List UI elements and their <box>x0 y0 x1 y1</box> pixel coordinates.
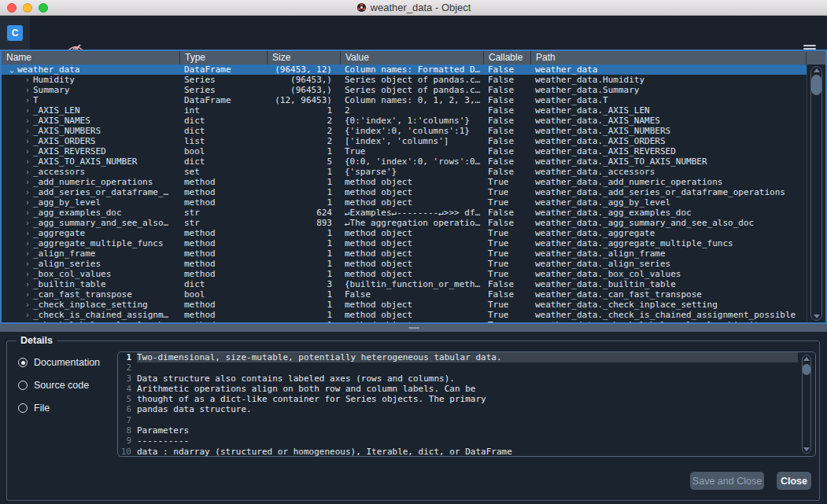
table-row[interactable]: ›_align_framemethod1method objectTruewea… <box>2 248 807 259</box>
row-path: weather_data._AXIS_ORDERS <box>530 136 807 146</box>
column-header-path[interactable]: Path <box>530 51 806 64</box>
row-value: method object <box>340 197 483 208</box>
table-row[interactable]: ›_agg_by_levelmethod1method objectTruewe… <box>2 197 807 208</box>
table-row[interactable]: ›_check_is_chained_assignm…method1method… <box>2 310 807 320</box>
table-row[interactable]: ›_can_fast_transposebool1FalseFalseweath… <box>2 289 807 300</box>
column-header-value[interactable]: Value <box>340 51 483 64</box>
row-size: 1 <box>267 167 340 177</box>
column-header-size[interactable]: Size <box>267 51 340 64</box>
chevron-right-icon[interactable]: › <box>22 146 33 156</box>
chevron-right-icon[interactable]: › <box>22 289 33 300</box>
table-row[interactable]: ›_AXIS_NAMESdict2{0:'index', 1:'columns'… <box>2 116 807 126</box>
chevron-right-icon[interactable]: › <box>22 177 33 187</box>
row-size: 1 <box>267 300 340 310</box>
row-callable: True <box>483 259 530 269</box>
chevron-right-icon[interactable]: › <box>22 300 33 310</box>
chevron-right-icon[interactable]: › <box>22 156 33 167</box>
chevron-down-icon[interactable]: ⌄ <box>6 64 17 75</box>
row-name: _agg_summary_and_see_also… <box>33 218 168 228</box>
table-row[interactable]: ›_agg_summary_and_see_also…str893↵The ag… <box>2 218 807 228</box>
table-row[interactable]: ›_builtin_tabledict3{builtin_function_or… <box>2 279 807 289</box>
row-value: method object <box>340 228 483 238</box>
row-callable: False <box>483 279 530 289</box>
row-name: _AXIS_NUMBERS <box>33 126 101 136</box>
scroll-up-icon[interactable] <box>803 357 810 361</box>
chevron-right-icon[interactable]: › <box>22 85 33 95</box>
row-callable: False <box>483 75 530 85</box>
table-row[interactable]: ›TDataFrame(12, 96453)Column names: 0, 1… <box>2 95 807 105</box>
object-explorer-window: weather_data - Object C Name Type Size V… <box>0 0 827 504</box>
line-text: thought of as a dict-like container for … <box>137 394 798 404</box>
column-header-name[interactable]: Name <box>2 51 179 64</box>
scroll-down-icon[interactable] <box>803 447 810 451</box>
zoom-window-button[interactable] <box>39 3 48 13</box>
chevron-right-icon[interactable]: › <box>22 187 33 197</box>
row-name: Humidity <box>33 75 75 85</box>
close-window-button[interactable] <box>7 3 17 13</box>
chevron-right-icon[interactable]: › <box>22 279 33 289</box>
chevron-right-icon[interactable]: › <box>22 136 33 146</box>
chevron-right-icon[interactable]: › <box>22 248 33 259</box>
chevron-right-icon[interactable]: › <box>22 197 33 208</box>
chevron-right-icon[interactable]: › <box>22 116 33 126</box>
minimize-window-button[interactable] <box>23 3 32 13</box>
console-tab[interactable]: C <box>7 25 23 41</box>
chevron-right-icon[interactable]: › <box>22 126 33 136</box>
table-row[interactable]: ›_check_inplace_settingmethod1method obj… <box>2 300 807 310</box>
chevron-right-icon[interactable]: › <box>22 259 33 269</box>
radio-documentation[interactable]: Documentation <box>18 357 100 368</box>
table-row[interactable]: ›_AXIS_LENint12Falseweather_data._AXIS_L… <box>2 105 807 116</box>
details-panel: Details Documentation Source code File 1… <box>6 340 820 501</box>
table-row[interactable]: ›_AXIS_ORDERSlist2['index', 'columns']Fa… <box>2 136 807 146</box>
row-name: _check_inplace_setting <box>33 300 148 310</box>
table-row[interactable]: ›_add_series_or_dataframe_…method1method… <box>2 187 807 197</box>
chevron-right-icon[interactable]: › <box>22 95 33 105</box>
chevron-right-icon[interactable]: › <box>22 105 33 116</box>
scrollbar-thumb[interactable] <box>803 364 810 375</box>
chevron-right-icon[interactable]: › <box>22 269 33 279</box>
editor-vertical-scrollbar[interactable] <box>800 355 813 454</box>
table-row[interactable]: ⌄weather_dataDataFrame(96453, 12)Column … <box>2 64 807 75</box>
scroll-up-icon[interactable] <box>814 68 820 72</box>
column-header-type[interactable]: Type <box>179 51 267 64</box>
radio-file[interactable]: File <box>18 403 50 414</box>
chevron-right-icon[interactable]: › <box>22 208 33 218</box>
table-row[interactable]: ›_AXIS_TO_AXIS_NUMBERdict5{0:0, 'index':… <box>2 156 807 167</box>
row-callable: True <box>483 197 530 208</box>
table-row[interactable]: ›_box_col_valuesmethod1method objectTrue… <box>2 269 807 279</box>
row-callable: True <box>483 248 530 259</box>
table-row[interactable]: ›_aggregate_multiple_funcsmethod1method … <box>2 238 807 248</box>
scrollbar-track[interactable] <box>810 66 822 321</box>
scroll-down-icon[interactable] <box>814 315 820 318</box>
table-row[interactable]: ›_align_seriesmethod1method objectTruewe… <box>2 259 807 269</box>
close-button[interactable]: Close <box>777 472 811 490</box>
row-name: _add_series_or_dataframe_… <box>33 187 168 197</box>
chevron-right-icon[interactable]: › <box>22 218 33 228</box>
table-row[interactable]: ›_aggregatemethod1method objectTrueweath… <box>2 228 807 238</box>
splitter-handle[interactable] <box>0 324 827 332</box>
documentation-viewer[interactable]: 1Two-dimensional, size-mutable, potentia… <box>117 351 816 457</box>
chevron-right-icon[interactable]: › <box>22 75 33 85</box>
table-row[interactable]: ›HumiditySeries(96453,)Series object of … <box>2 75 807 85</box>
table-row[interactable]: ›_AXIS_NUMBERSdict2{'index':0, 'columns'… <box>2 126 807 136</box>
table-row[interactable]: ›_accessorsset1{'sparse'}Falseweather_da… <box>2 167 807 177</box>
table-row[interactable]: ›_add_numeric_operationsmethod1method ob… <box>2 177 807 187</box>
row-name: _check_is_chained_assignm… <box>33 310 168 320</box>
chevron-right-icon[interactable]: › <box>22 167 33 177</box>
chevron-right-icon[interactable]: › <box>22 310 33 320</box>
row-size: 2 <box>267 126 340 136</box>
table-row[interactable]: ›_AXIS_REVERSEDbool1TrueFalseweather_dat… <box>2 146 807 156</box>
titlebar: weather_data - Object <box>0 0 827 16</box>
chevron-right-icon[interactable]: › <box>22 238 33 248</box>
row-type: Series <box>179 75 267 85</box>
column-header-callable[interactable]: Callable <box>483 51 530 64</box>
table-row[interactable]: ›SummarySeries(96453,)Series object of p… <box>2 85 807 95</box>
row-type: method <box>179 238 267 248</box>
table-row[interactable]: ›_agg_examples_docstr624↵Examples↵------… <box>2 208 807 218</box>
chevron-right-icon[interactable]: › <box>22 228 33 238</box>
row-size: 1 <box>267 146 340 156</box>
radio-source-code[interactable]: Source code <box>18 380 89 391</box>
save-and-close-button[interactable]: Save and Close <box>690 472 764 490</box>
scrollbar-thumb[interactable] <box>811 75 821 95</box>
table-vertical-scrollbar[interactable] <box>807 64 825 322</box>
